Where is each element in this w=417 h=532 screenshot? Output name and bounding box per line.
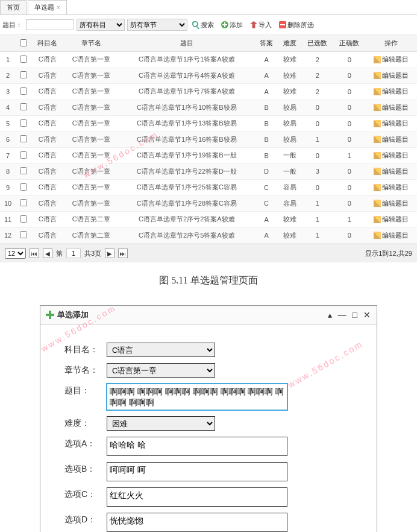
toolbar: 题目： 所有科目 所有章节 搜索 添加 导入 删除所选 — [0, 15, 417, 35]
edit-icon — [374, 88, 381, 95]
subject-field[interactable]: C语言 — [107, 343, 215, 357]
delete-icon — [279, 21, 286, 28]
row-checkbox[interactable] — [20, 55, 27, 63]
label-opt-a: 选项A： — [64, 437, 107, 449]
close-button[interactable]: ✕ — [362, 310, 372, 320]
edit-button[interactable]: 编辑题目 — [374, 151, 409, 160]
row-checkbox[interactable] — [20, 135, 27, 142]
question-label: 题目： — [2, 21, 22, 30]
edit-button[interactable]: 编辑题目 — [374, 87, 409, 96]
table-row: 2C语言C语言第一章C语言单选章节1序号4答案A较难A较难20编辑题目 — [0, 68, 417, 84]
figure-caption-1: 图 5.11 单选题管理页面 — [0, 262, 417, 299]
table-header-row: 科目名 章节名 题目 答案 难度 已选数 正确数 操作 — [0, 35, 417, 52]
minimize-button[interactable]: — — [337, 310, 348, 320]
prev-page-button[interactable]: ◀ — [43, 249, 52, 258]
edit-button[interactable]: 编辑题目 — [374, 215, 409, 224]
col-title: 题目 — [119, 35, 255, 52]
label-opt-d: 选项D： — [64, 513, 107, 525]
questions-table: 科目名 章节名 题目 答案 难度 已选数 正确数 操作 1C语言C语言第一章C语… — [0, 35, 417, 244]
row-checkbox[interactable] — [20, 71, 27, 78]
chapter-field[interactable]: C语言第一章 — [107, 363, 215, 378]
table-row: 4C语言C语言第一章C语言单选章节1序号10答案B较易B较易00编辑题目 — [0, 100, 417, 116]
tab-single-choice[interactable]: 单选题× — [28, 0, 67, 14]
label-subject: 科目名： — [64, 343, 107, 355]
tab-home[interactable]: 首页 — [0, 0, 27, 14]
add-icon — [221, 21, 228, 28]
edit-button[interactable]: 编辑题目 — [374, 71, 409, 80]
dialog-title: 单选添加 — [57, 309, 89, 320]
maximize-button[interactable]: □ — [351, 310, 359, 320]
row-checkbox[interactable] — [20, 103, 27, 110]
pager: 12 ⏮ ◀ 第 共3页 ▶ ⏭ 显示1到12,共29 — [0, 244, 417, 262]
import-button[interactable]: 导入 — [248, 19, 274, 31]
table-row: 7C语言C语言第一章C语言单选章节1序号19答案B一般B一般01编辑题目 — [0, 148, 417, 164]
edit-button[interactable]: 编辑题目 — [374, 135, 409, 144]
first-page-button[interactable]: ⏮ — [30, 249, 39, 258]
subject-select[interactable]: 所有科目 — [77, 19, 125, 31]
label-question: 题目： — [64, 384, 107, 396]
edit-icon — [374, 152, 381, 159]
edit-icon — [374, 120, 381, 127]
question-field[interactable] — [107, 384, 287, 410]
edit-button[interactable]: 编辑题目 — [374, 199, 409, 208]
close-icon[interactable]: × — [57, 4, 60, 11]
table-row: 1C语言C语言第一章C语言单选章节1序号1答案A较难A较难20编辑题目 — [0, 52, 417, 68]
table-row: 11C语言C语言第二章C语言单选章节2序号2答案A较难A较难11编辑题目 — [0, 212, 417, 228]
edit-button[interactable]: 编辑题目 — [374, 231, 409, 240]
add-button[interactable]: 添加 — [219, 19, 245, 31]
edit-button[interactable]: 编辑题目 — [374, 55, 409, 64]
table-row: 9C语言C语言第一章C语言单选章节1序号25答案C容易C容易00编辑题目 — [0, 180, 417, 196]
add-dialog: 单选添加 ▴ — □ ✕ 科目名： C语言 章节名： C语言第一章 题目： — [40, 305, 377, 532]
edit-icon — [374, 104, 381, 111]
table-row: 3C语言C语言第一章C语言单选章节1序号7答案A较难A较难20编辑题目 — [0, 84, 417, 100]
col-correct: 正确数 — [333, 35, 365, 52]
edit-icon — [374, 200, 381, 207]
delete-selected-button[interactable]: 删除所选 — [277, 19, 316, 31]
next-page-button[interactable]: ▶ — [105, 249, 114, 258]
difficulty-field[interactable]: 困难 — [107, 416, 215, 431]
edit-button[interactable]: 编辑题目 — [374, 183, 409, 192]
select-all-checkbox[interactable] — [20, 39, 27, 46]
row-checkbox[interactable] — [20, 151, 27, 159]
dialog-titlebar: 单选添加 ▴ — □ ✕ — [40, 306, 377, 325]
row-checkbox[interactable] — [20, 119, 27, 127]
option-c-field[interactable] — [107, 487, 287, 507]
row-checkbox[interactable] — [20, 231, 27, 238]
collapse-button[interactable]: ▴ — [327, 310, 333, 320]
search-button[interactable]: 搜索 — [190, 19, 216, 31]
tab-bar: 首页 单选题× — [0, 0, 417, 15]
edit-icon — [374, 136, 381, 143]
label-difficulty: 难度： — [64, 416, 107, 429]
table-row: 6C语言C语言第一章C语言单选章节1序号16答案B较易B较易10编辑题目 — [0, 131, 417, 148]
search-icon — [192, 21, 199, 28]
col-selected: 已选数 — [301, 35, 333, 52]
row-checkbox[interactable] — [20, 87, 27, 95]
label-chapter: 章节名： — [64, 363, 107, 376]
table-row: 5C语言C语言第一章C语言单选章节1序号13答案B较易B较易00编辑题目 — [0, 116, 417, 132]
table-row: 12C语言C语言第二章C语言单选章节2序号5答案A较难A较难10编辑题目 — [0, 227, 417, 244]
search-input[interactable] — [26, 19, 74, 30]
last-page-button[interactable]: ⏭ — [118, 249, 128, 258]
option-b-field[interactable] — [107, 462, 287, 481]
col-difficulty: 难度 — [278, 35, 301, 52]
edit-icon — [374, 168, 381, 175]
row-checkbox[interactable] — [20, 167, 27, 174]
col-action: 操作 — [365, 35, 417, 52]
option-a-field[interactable] — [107, 437, 287, 456]
chapter-select[interactable]: 所有章节 — [127, 19, 187, 31]
col-subject: 科目名 — [31, 35, 63, 52]
row-checkbox[interactable] — [20, 183, 27, 191]
page-size-select[interactable]: 12 — [5, 248, 26, 259]
pager-status: 显示1到12,共29 — [365, 249, 412, 258]
plus-icon — [45, 310, 55, 320]
label-opt-b: 选项B： — [64, 462, 107, 475]
edit-button[interactable]: 编辑题目 — [374, 167, 409, 176]
row-checkbox[interactable] — [20, 199, 27, 206]
import-icon — [250, 21, 257, 28]
page-input[interactable] — [66, 249, 81, 258]
option-d-field[interactable] — [107, 513, 287, 532]
edit-button[interactable]: 编辑题目 — [374, 119, 409, 128]
edit-button[interactable]: 编辑题目 — [374, 103, 409, 112]
table-row: 8C语言C语言第一章C语言单选章节1序号22答案D一般D一般30编辑题目 — [0, 163, 417, 180]
row-checkbox[interactable] — [20, 215, 27, 223]
